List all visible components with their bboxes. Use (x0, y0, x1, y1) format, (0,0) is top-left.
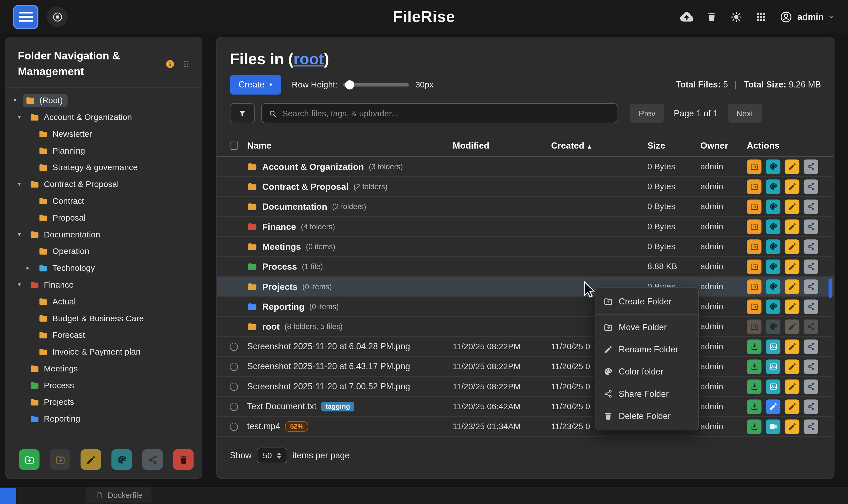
search-input[interactable] (282, 108, 611, 118)
caret-down-icon[interactable]: ▾ (18, 181, 27, 187)
context-menu-item-color-folder[interactable]: Color folder (595, 360, 698, 383)
tree-item-newsletter[interactable]: Newsletter (6, 125, 197, 142)
share-button[interactable] (804, 179, 818, 194)
delete-folder-button[interactable] (173, 449, 194, 470)
palette-button[interactable] (766, 299, 780, 314)
table-row-root[interactable]: root(8 folders, 5 files)admin (217, 317, 834, 337)
tree-item-account-organization[interactable]: ▾Account & Organization (6, 109, 197, 126)
move-folder-button[interactable] (50, 449, 70, 470)
table-row-documentation[interactable]: Documentation(2 folders)0 Bytesadmin (217, 197, 834, 217)
tree-item-invoice-payment-plan[interactable]: Invoice & Payment plan (6, 343, 197, 360)
tree-item-strategy-governance[interactable]: Strategy & governance (6, 159, 197, 176)
context-menu-item-share-folder[interactable]: Share Folder (595, 383, 698, 405)
rename-button[interactable] (784, 339, 799, 354)
move-button[interactable] (747, 159, 761, 174)
table-row-screenshot-2025-11-20-at-6-04-28-pm-png[interactable]: Screenshot 2025-11-20 at 6.04.28 PM.png1… (217, 337, 834, 357)
caret-down-icon[interactable]: ▾ (18, 281, 27, 288)
share-button[interactable] (804, 339, 818, 354)
tree-item-operation[interactable]: Operation (6, 243, 197, 259)
rename-button[interactable] (784, 419, 799, 434)
palette-button[interactable] (766, 239, 780, 254)
table-row-text-document-txt[interactable]: Text Document.txttagging11/20/25 06:42AM… (217, 397, 834, 417)
tree-item-forecast[interactable]: Forecast (6, 327, 197, 343)
column-header-created[interactable]: Created▲ (551, 141, 647, 151)
table-row-finance[interactable]: Finance(4 folders)0 Bytesadmin (217, 217, 834, 237)
account-menu[interactable]: admin (780, 10, 835, 23)
image-button[interactable] (766, 379, 780, 394)
image-button[interactable] (766, 359, 780, 374)
table-row-account-organization[interactable]: Account & Organization(3 folders)0 Bytes… (217, 157, 834, 177)
items-per-page-select[interactable]: 50 (257, 448, 287, 463)
next-button[interactable]: Next (728, 104, 762, 123)
move-button[interactable] (747, 239, 761, 254)
tree-item-proposal[interactable]: Proposal (6, 209, 197, 226)
edit-button[interactable] (766, 399, 780, 414)
rename-folder-button[interactable] (81, 449, 101, 470)
color-folder-button[interactable] (111, 449, 132, 470)
header-upload-button[interactable] (680, 10, 693, 23)
rename-button[interactable] (784, 179, 799, 194)
share-button[interactable] (804, 279, 818, 294)
context-menu-item-create-folder[interactable]: Create Folder (595, 290, 698, 312)
table-row-test-mp4[interactable]: test.mp452%11/23/25 01:34AM11/23/25 0adm… (217, 417, 834, 437)
share-button[interactable] (804, 299, 818, 314)
column-header-owner[interactable]: Owner (700, 141, 747, 151)
download-button[interactable] (747, 339, 761, 354)
download-button[interactable] (747, 359, 761, 374)
table-row-screenshot-2025-11-20-at-6-43-17-pm-png[interactable]: Screenshot 2025-11-20 at 6.43.17 PM.png1… (217, 357, 834, 377)
tree-item-actual[interactable]: Actual (6, 293, 197, 310)
column-header-modified[interactable]: Modified (453, 141, 551, 151)
share-button[interactable] (804, 219, 818, 234)
row-checkbox[interactable] (230, 362, 247, 371)
prev-button[interactable]: Prev (630, 104, 664, 123)
root-link[interactable]: root (294, 50, 324, 68)
move-button[interactable] (747, 259, 761, 274)
share-button[interactable] (804, 159, 818, 174)
select-all-checkbox[interactable] (230, 142, 238, 150)
download-button[interactable] (747, 419, 761, 434)
slider-knob[interactable] (345, 80, 354, 89)
move-button[interactable] (747, 279, 761, 294)
table-row-process[interactable]: Process(1 file)8.88 KBadmin (217, 257, 834, 277)
caret-down-icon[interactable]: ▾ (18, 231, 27, 238)
rename-button[interactable] (784, 359, 799, 374)
palette-button[interactable] (766, 179, 780, 194)
row-checkbox[interactable] (230, 382, 247, 391)
tree-item-budget-business-care[interactable]: Budget & Business Care (6, 310, 197, 327)
share-button[interactable] (804, 199, 818, 214)
share-folder-button[interactable] (142, 449, 163, 470)
rename-button[interactable] (784, 219, 799, 234)
context-menu-item-delete-folder[interactable]: Delete Folder (595, 405, 698, 427)
palette-button[interactable] (766, 279, 780, 294)
tree-item-contract[interactable]: Contract (6, 193, 197, 210)
tree-item-finance[interactable]: ▾Finance (6, 276, 197, 293)
context-menu-item-move-folder[interactable]: Move Folder (595, 316, 698, 338)
drag-handle-icon[interactable] (182, 59, 191, 68)
tree-item-documentation[interactable]: ▾Documentation (6, 226, 197, 243)
download-button[interactable] (747, 379, 761, 394)
rename-button[interactable] (784, 399, 799, 414)
header-delete-button[interactable] (706, 11, 717, 22)
palette-button[interactable] (766, 159, 780, 174)
tree-item-planning[interactable]: Planning (6, 142, 197, 159)
create-folder-button[interactable] (19, 449, 39, 470)
share-button[interactable] (804, 399, 818, 414)
share-button[interactable] (804, 239, 818, 254)
view-toggle-button[interactable] (47, 6, 68, 27)
move-button[interactable] (747, 299, 761, 314)
table-row-contract-proposal[interactable]: Contract & Proposal(2 folders)0 Bytesadm… (217, 177, 834, 197)
rename-button[interactable] (784, 239, 799, 254)
rename-button[interactable] (784, 279, 799, 294)
header-apps-button[interactable] (756, 11, 767, 22)
table-row-meetings[interactable]: Meetings(0 items)0 Bytesadmin (217, 237, 834, 257)
share-button[interactable] (804, 359, 818, 374)
table-row-projects[interactable]: Projects(0 items)0 Bytesadmin (217, 277, 834, 296)
column-header-size[interactable]: Size (647, 141, 700, 151)
tree-item-meetings[interactable]: Meetings (6, 360, 197, 377)
row-checkbox[interactable] (230, 402, 247, 411)
header-theme-button[interactable] (730, 11, 743, 23)
filter-button[interactable] (230, 103, 255, 123)
table-row-reporting[interactable]: Reporting(0 items)admin (217, 297, 834, 317)
tree-item-contract-proposal[interactable]: ▾Contract & Proposal (6, 176, 197, 193)
palette-button[interactable] (766, 259, 780, 274)
